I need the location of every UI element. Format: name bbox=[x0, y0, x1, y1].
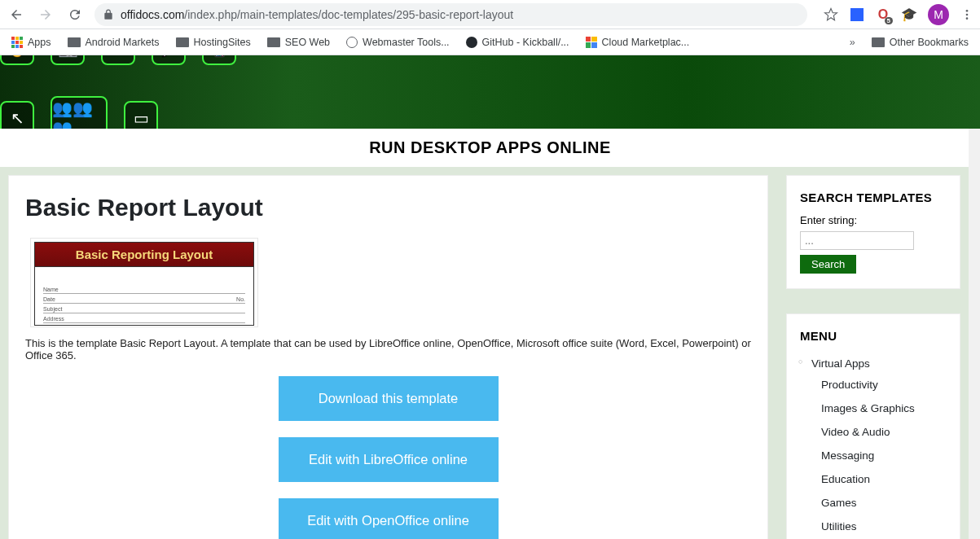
bookmark-webmaster-tools[interactable]: Webmaster Tools... bbox=[341, 33, 455, 51]
extension-icon-grad[interactable]: 🎓 bbox=[902, 7, 916, 22]
menu-item-utilities[interactable]: Utilities bbox=[811, 515, 947, 538]
thumbnail-body: Name DateNo. Subject Address bbox=[34, 267, 254, 326]
menu-item-virtual-apps[interactable]: Virtual Apps Productivity Images & Graph… bbox=[800, 353, 947, 539]
cloud-icon bbox=[586, 37, 597, 48]
bookmark-seo-web[interactable]: SEO Web bbox=[262, 33, 335, 51]
menu-dots-icon[interactable] bbox=[960, 8, 973, 21]
hero-icon-camera: 📷 bbox=[51, 55, 85, 65]
hero-icon-phone: 📱 bbox=[202, 55, 236, 65]
hero-banner: ☝ 📷 ▭ 💬 📱 ↖ 👥👥👥 ▭ bbox=[0, 55, 980, 129]
forward-button bbox=[36, 5, 55, 24]
search-card: SEARCH TEMPLATES Enter string: Search bbox=[786, 175, 960, 289]
url-path: /index.php/main-templates/doc-templates/… bbox=[184, 8, 513, 21]
edit-libreoffice-button[interactable]: Edit with LibreOffice online bbox=[279, 437, 499, 482]
folder-icon bbox=[872, 37, 885, 47]
folder-icon bbox=[267, 37, 280, 47]
svg-point-1 bbox=[966, 13, 969, 15]
github-icon bbox=[466, 37, 477, 48]
download-template-button[interactable]: Download this template bbox=[279, 376, 499, 421]
svg-point-0 bbox=[966, 10, 969, 12]
folder-icon bbox=[68, 37, 81, 47]
search-title: SEARCH TEMPLATES bbox=[800, 191, 947, 204]
bookmark-github[interactable]: GitHub - Kickball/... bbox=[461, 33, 574, 51]
svg-point-2 bbox=[966, 17, 969, 20]
tagline: RUN DESKTOP APPS ONLINE bbox=[0, 129, 980, 167]
reload-button[interactable] bbox=[65, 5, 85, 24]
arrow-right-icon bbox=[38, 7, 53, 22]
search-label: Enter string: bbox=[800, 214, 947, 226]
bookmark-apps[interactable]: Apps bbox=[7, 33, 56, 51]
sidebar: SEARCH TEMPLATES Enter string: Search ME… bbox=[786, 175, 960, 539]
back-button[interactable] bbox=[7, 5, 26, 24]
menu-card: MENU Virtual Apps Productivity Images & … bbox=[786, 313, 960, 539]
menu-item-video-audio[interactable]: Video & Audio bbox=[811, 420, 947, 444]
template-description: This is the template Basic Report Layout… bbox=[25, 337, 751, 362]
hero-icon-people: 👥👥👥 bbox=[51, 96, 108, 129]
hero-icon-chat: 💬 bbox=[152, 55, 186, 65]
menu-title: MENU bbox=[800, 329, 947, 343]
profile-avatar[interactable]: M bbox=[928, 4, 949, 25]
folder-icon bbox=[176, 37, 189, 47]
bookmark-star-icon[interactable] bbox=[824, 7, 838, 22]
apps-icon bbox=[11, 37, 23, 48]
bookmark-cloud-marketplace[interactable]: Cloud Marketplac... bbox=[581, 33, 695, 51]
page-content: ☝ 📷 ▭ 💬 📱 ↖ 👥👥👥 ▭ RUN DESKTOP APPS ONLIN… bbox=[0, 55, 980, 539]
hero-icon-cursor: ↖ bbox=[0, 101, 34, 129]
main-content: Basic Report Layout Basic Reporting Layo… bbox=[8, 175, 768, 539]
bookmark-android-markets[interactable]: Android Markets bbox=[63, 33, 165, 51]
search-input[interactable] bbox=[800, 231, 914, 250]
menu-item-messaging[interactable]: Messaging bbox=[811, 444, 947, 467]
globe-icon bbox=[346, 37, 358, 48]
search-button[interactable]: Search bbox=[800, 255, 856, 274]
bookmarks-overflow[interactable]: » bbox=[845, 33, 860, 51]
extension-icon-1[interactable] bbox=[850, 7, 864, 22]
edit-openoffice-button[interactable]: Edit with OpenOffice online bbox=[279, 498, 499, 539]
template-thumbnail[interactable]: Basic Reporting Layout Name DateNo. Subj… bbox=[30, 238, 258, 327]
arrow-left-icon bbox=[9, 7, 24, 22]
bookmark-hosting-sites[interactable]: HostingSites bbox=[171, 33, 256, 51]
extension-icon-opera[interactable]: O5 bbox=[876, 7, 890, 22]
bookmark-other[interactable]: Other Bookmarks bbox=[867, 33, 973, 51]
thumbnail-title: Basic Reporting Layout bbox=[34, 242, 254, 267]
menu-item-productivity[interactable]: Productivity bbox=[811, 373, 947, 397]
reload-icon bbox=[68, 7, 82, 22]
address-bar[interactable]: offidocs.com/index.php/main-templates/do… bbox=[94, 3, 807, 26]
menu-item-education[interactable]: Education bbox=[811, 467, 947, 491]
hero-icon-hand: ☝ bbox=[0, 55, 34, 65]
menu-item-games[interactable]: Games bbox=[811, 491, 947, 515]
hero-icon-screen: ▭ bbox=[101, 55, 135, 65]
browser-toolbar: offidocs.com/index.php/main-templates/do… bbox=[0, 0, 980, 29]
page-title: Basic Report Layout bbox=[25, 194, 751, 221]
lock-icon bbox=[103, 9, 114, 20]
bookmarks-bar: Apps Android Markets HostingSites SEO We… bbox=[0, 29, 980, 55]
url-domain: offidocs.com bbox=[121, 8, 184, 21]
menu-item-images-graphics[interactable]: Images & Graphics bbox=[811, 397, 947, 420]
hero-icon-box: ▭ bbox=[124, 101, 158, 129]
